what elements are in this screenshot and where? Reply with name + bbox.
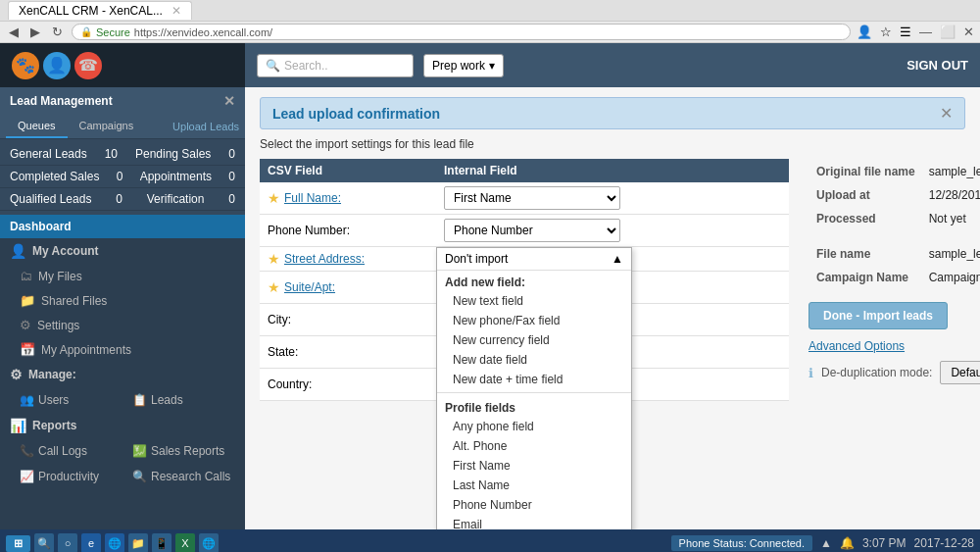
browser-controls: ◀ ▶ ↻ 🔒 Secure https://xenvideo.xencall.… [0, 22, 980, 43]
sidebar-item-leads[interactable]: 📋 Leads [122, 389, 235, 411]
csv-field-link-street-address[interactable]: Street Address: [284, 252, 365, 266]
phone-status: Phone Status: Connected. [671, 535, 812, 551]
logo-shape-2: 👤 [43, 52, 71, 79]
tab-queues[interactable]: Queues [6, 115, 68, 138]
taskbar-excel-icon[interactable]: X [175, 533, 195, 552]
upload-at-value: 12/28/2017 15:06 [923, 184, 980, 206]
dropdown-item-new-phone-fax[interactable]: New phone/Fax field [437, 311, 631, 330]
taskbar-ie-icon[interactable]: e [81, 533, 101, 552]
reload-button[interactable]: ↻ [49, 25, 66, 39]
prep-work-select[interactable]: Prep work ▾ [423, 54, 504, 77]
page-close-icon[interactable]: ✕ [940, 104, 953, 123]
sidebar-item-productivity[interactable]: 📈 Productivity [10, 466, 122, 487]
sidebar-my-account[interactable]: 👤 My Account [0, 238, 245, 264]
sidebar-item-my-files[interactable]: 🗂 My Files [0, 264, 245, 288]
leads-stats: General Leads 10 Pending Sales 0 Complet… [0, 139, 245, 215]
sign-out-button[interactable]: SIGN OUT [906, 58, 968, 73]
dropdown-item-last-name[interactable]: Last Name [437, 476, 631, 495]
mapping-dropdown-open[interactable]: Don't import ▲ Add new field: New text f… [436, 247, 632, 529]
sidebar-item-call-logs[interactable]: 📞 Call Logs [10, 440, 122, 462]
sidebar-manage-header[interactable]: ⚙ Manage: [0, 362, 245, 387]
address-bar[interactable]: 🔒 Secure https://xenvideo.xencall.com/ [72, 24, 851, 40]
star-icon: ★ [268, 279, 280, 295]
sidebar-dashboard-header[interactable]: Dashboard [0, 215, 245, 238]
tab-campaigns[interactable]: Campaigns [68, 115, 146, 138]
top-bar: 🔍 Search.. Prep work ▾ SIGN OUT [245, 43, 980, 87]
minimize-button[interactable]: — [919, 25, 932, 39]
forward-button[interactable]: ▶ [27, 25, 43, 39]
close-button[interactable]: ✕ [963, 25, 974, 39]
start-button[interactable]: ⊞ [6, 535, 30, 552]
manage-icon: ⚙ [10, 367, 23, 382]
sidebar-item-shared-files[interactable]: 📁 Shared Files [0, 288, 245, 313]
users-icon: 👥 [20, 393, 34, 407]
lead-management-header: Lead Management ✕ [0, 87, 245, 115]
taskbar-cortana-icon[interactable]: ○ [58, 533, 77, 552]
file-info: Original file name sample_leads_FN Uploa… [808, 159, 980, 401]
star-icon: ★ [268, 190, 280, 206]
lead-management-close-icon[interactable]: ✕ [223, 93, 235, 109]
advanced-options-link[interactable]: Advanced Options [808, 339, 980, 353]
dedup-select[interactable]: Default [940, 361, 980, 384]
mapping-select-full-name[interactable]: First Name [444, 186, 620, 210]
processed-value: Not yet [923, 208, 980, 229]
dropdown-item-phone-number[interactable]: Phone Number [437, 495, 631, 515]
taskbar-app-icon[interactable]: 📱 [152, 533, 172, 552]
dropdown-item-email[interactable]: Email [437, 515, 631, 529]
dropdown-item-alt-phone[interactable]: Alt. Phone [437, 436, 631, 456]
done-import-button[interactable]: Done - Import leads [808, 302, 948, 329]
dropdown-item-new-date[interactable]: New date field [437, 350, 631, 370]
sidebar-item-research-calls[interactable]: 🔍 Research Calls [122, 466, 235, 487]
upload-leads-link[interactable]: Upload Leads [172, 121, 239, 132]
taskbar-search-icon[interactable]: 🔍 [34, 533, 54, 552]
prep-work-chevron-icon: ▾ [489, 59, 495, 73]
taskbar: ⊞ 🔍 ○ e 🌐 📁 📱 X 🌐 Phone Status: Connecte… [0, 529, 980, 552]
sidebar-item-settings[interactable]: ⚙ Settings [0, 313, 245, 337]
file-name-value: sample_leads_FN [923, 243, 980, 265]
taskbar-edge-icon[interactable]: 🌐 [105, 533, 124, 552]
mapping-select-phone-number[interactable]: Phone Number [444, 219, 620, 242]
internal-field-header: Internal Field [436, 159, 789, 182]
search-icon: 🔍 [266, 59, 280, 73]
dropdown-item-new-currency[interactable]: New currency field [437, 330, 631, 350]
dropdown-item-new-text-field[interactable]: New text field [437, 291, 631, 311]
csv-field-link-full-name[interactable]: Full Name: [284, 191, 341, 205]
menu-icon[interactable]: ☰ [900, 25, 911, 39]
star-icon: ★ [268, 251, 280, 267]
dedup-label: De-duplication mode: [821, 366, 932, 379]
taskbar-expand-icon[interactable]: ▲ [820, 536, 832, 550]
taskbar-chrome-icon[interactable]: 🌐 [199, 533, 219, 552]
lead-upload-body: CSV Field Internal Field ★ Full Name: [260, 159, 965, 401]
back-button[interactable]: ◀ [6, 25, 22, 39]
page-title-bar: Lead upload confirmation ✕ [260, 97, 965, 129]
csv-mapping: CSV Field Internal Field ★ Full Name: [260, 159, 789, 401]
restore-button[interactable]: ⬜ [940, 25, 956, 39]
user-profile-icon[interactable]: 👤 [857, 25, 872, 39]
taskbar-date: 2017-12-28 [914, 536, 974, 550]
shared-files-icon: 📁 [20, 293, 35, 308]
star-bookmark-icon[interactable]: ☆ [880, 25, 892, 39]
campaign-name-label: Campaign Name [810, 267, 921, 288]
taskbar-right: Phone Status: Connected. ▲ 🔔 3:07 PM 201… [671, 535, 974, 551]
csv-field-link-suite-apt[interactable]: Suite/Apt: [284, 280, 335, 294]
browser-tab[interactable]: XenCALL CRM - XenCAL... ✕ [8, 1, 192, 20]
research-calls-icon: 🔍 [132, 470, 147, 483]
sidebar-item-my-appointments[interactable]: 📅 My Appointments [0, 337, 245, 362]
search-box[interactable]: 🔍 Search.. [257, 54, 414, 77]
sidebar-manage-subitems: 👥 Users 📋 Leads [0, 387, 245, 413]
sidebar-item-sales-reports[interactable]: 💹 Sales Reports [122, 440, 235, 462]
dropdown-item-any-phone[interactable]: Any phone field [437, 417, 631, 436]
productivity-icon: 📈 [20, 470, 34, 483]
sidebar-reports-header[interactable]: 📊 Reports [0, 413, 245, 438]
dropdown-item-first-name[interactable]: First Name [437, 456, 631, 476]
dropdown-profile-section: Profile fields [437, 396, 631, 417]
browser-tab-bar: XenCALL CRM - XenCAL... ✕ [0, 0, 980, 22]
taskbar-explorer-icon[interactable]: 📁 [128, 533, 148, 552]
dropdown-item-new-date-time[interactable]: New date + time field [437, 370, 631, 389]
dedup-row: ℹ De-duplication mode: Default [808, 361, 980, 384]
dropdown-add-new-section: Add new field: [437, 271, 631, 291]
original-file-name-value: sample_leads_FN [923, 161, 980, 182]
dedup-info-icon: ℹ [808, 366, 813, 380]
appointments-icon: 📅 [20, 342, 35, 357]
sidebar-item-users[interactable]: 👥 Users [10, 389, 122, 411]
